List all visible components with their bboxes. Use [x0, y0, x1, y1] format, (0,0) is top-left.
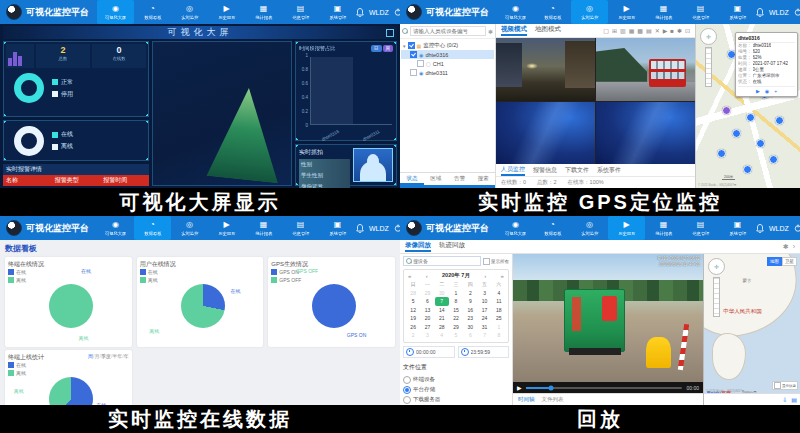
video-icon[interactable]: ▶ [756, 88, 760, 94]
calendar-day[interactable]: 13 [420, 306, 434, 315]
tree-row[interactable]: ◉dhte0311 [401, 68, 494, 77]
nav-tab-bigscreen[interactable]: ◉可视化大屏 [97, 0, 134, 24]
tree-tab-3[interactable]: 告警 [448, 173, 472, 185]
tree-tab-1[interactable]: 状态 [400, 173, 424, 185]
calendar-day[interactable]: 26 [406, 323, 420, 332]
bell-icon[interactable] [756, 8, 764, 17]
bottom-tab-2[interactable]: 报警信息 [533, 166, 557, 175]
play-icon[interactable]: ▶ [517, 385, 522, 391]
map-marker[interactable] [769, 155, 778, 164]
map-pan-control[interactable]: ✛ [708, 258, 725, 275]
calendar-day[interactable]: 16 [463, 306, 477, 315]
prev-year-button[interactable]: « [408, 273, 411, 279]
layout-4-icon[interactable]: ⊞ [612, 28, 617, 34]
calendar-day[interactable]: 3 [420, 331, 434, 340]
expander-icon[interactable]: ▾ [403, 43, 406, 49]
map-marker[interactable] [717, 149, 726, 158]
calendar-day[interactable]: 14 [435, 306, 449, 315]
bell-icon[interactable] [356, 224, 364, 233]
calendar-day[interactable]: 8 [492, 331, 506, 340]
calendar-day[interactable]: 2 [406, 331, 420, 340]
progress-knob[interactable] [548, 385, 553, 390]
filter-link[interactable]: 季度 [101, 353, 111, 359]
calendar-day[interactable]: 23 [463, 314, 477, 323]
video-cell-2[interactable] [596, 38, 695, 101]
layout-6-icon[interactable]: ▥ [620, 28, 626, 34]
chart-toggle-button[interactable]: 日 [371, 45, 382, 52]
fullscreen-icon[interactable]: ⊡ [685, 28, 690, 34]
calendar-day[interactable]: 7 [477, 331, 491, 340]
bell-icon[interactable] [356, 8, 364, 17]
locate-icon[interactable]: + [774, 88, 777, 94]
file-location-option[interactable]: 终端设备 [403, 375, 509, 385]
calendar-day[interactable]: 11 [492, 297, 506, 306]
tree-tab-4[interactable]: 搜索 [471, 173, 495, 185]
tree-checkbox[interactable] [410, 69, 417, 76]
calendar-day[interactable]: 30 [435, 289, 449, 298]
video-cell-4[interactable] [596, 102, 695, 165]
calendar-day[interactable]: 12 [406, 306, 420, 315]
nav-tab-playback[interactable]: ▶历史回放 [208, 0, 245, 24]
next-month-button[interactable]: › [484, 273, 486, 279]
calendar-day[interactable]: 19 [406, 314, 420, 323]
nav-tab-board[interactable]: ◔数据看板 [134, 0, 171, 24]
close-all-icon[interactable]: ✕ [655, 28, 660, 34]
calendar-day[interactable]: 3 [477, 289, 491, 298]
calendar-day[interactable]: 6 [420, 297, 434, 306]
bottom-tab-4[interactable]: 系统事件 [597, 166, 621, 175]
mode-tab-1[interactable]: 视频模式 [501, 25, 527, 36]
nav-tab-info[interactable]: ▤信息管理 [682, 216, 719, 240]
start-time-input[interactable] [416, 349, 452, 355]
tree-checkbox[interactable] [417, 60, 424, 67]
nav-tab-board[interactable]: ◔数据看板 [534, 0, 571, 24]
nav-tab-monitor[interactable]: ◎实时监控 [571, 0, 608, 24]
nav-tab-bigscreen[interactable]: ◉可视化大屏 [97, 216, 134, 240]
sub-tab-1[interactable]: 录像回放 [405, 241, 431, 252]
calendar-day[interactable]: 25 [492, 314, 506, 323]
bottom-tab-3[interactable]: 下载文件 [565, 166, 589, 175]
list-icon[interactable]: ▤ [791, 397, 797, 403]
user-icon[interactable]: ◉ [765, 88, 769, 94]
video-cell-1[interactable] [496, 38, 595, 101]
device-search-input[interactable] [410, 26, 486, 36]
filter-link[interactable]: 半年 [112, 353, 122, 359]
dashboard-map[interactable] [152, 41, 292, 186]
calendar-day[interactable]: 24 [477, 314, 491, 323]
gps-map[interactable]: ✛ dhte0316 名称：dhte0316编号：620电量：62%时间：202… [695, 24, 800, 188]
calendar-day[interactable]: 28 [406, 289, 420, 298]
calendar-day[interactable]: 18 [492, 306, 506, 315]
tree-tab-2[interactable]: 区域 [424, 173, 448, 185]
map-marker[interactable] [775, 116, 784, 125]
calendar-day[interactable]: 2 [463, 289, 477, 298]
calendar-day[interactable]: 10 [477, 297, 491, 306]
layout-single-icon[interactable]: ▢ [603, 28, 609, 34]
nav-tab-board[interactable]: ◔数据看板 [534, 216, 571, 240]
mode-tab-2[interactable]: 地图模式 [535, 25, 561, 36]
map-pan-control[interactable]: ✛ [700, 28, 717, 45]
chart-toggle-button[interactable]: 周 [383, 45, 394, 52]
prev-month-button[interactable]: ‹ [426, 273, 428, 279]
progress-track[interactable] [526, 387, 683, 389]
calendar-day[interactable]: 29 [420, 289, 434, 298]
tree-row[interactable]: ◉dhte0316 [401, 50, 494, 59]
map-marker[interactable] [732, 129, 741, 138]
map-type-2[interactable]: 卫星 [782, 257, 797, 266]
nav-tab-system[interactable]: ▣系统管理 [719, 216, 756, 240]
calendar-day[interactable]: 22 [449, 314, 463, 323]
map-marker[interactable] [756, 139, 765, 148]
map-marker[interactable] [722, 106, 731, 115]
nav-tab-info[interactable]: ▤信息管理 [282, 0, 319, 24]
calendar-day[interactable]: 21 [435, 314, 449, 323]
settings-icon[interactable]: ✱ [677, 28, 682, 34]
nav-tab-report[interactable]: ▦统计报表 [245, 0, 282, 24]
calendar-day[interactable]: 31 [477, 323, 491, 332]
end-time-input[interactable] [471, 349, 507, 355]
nav-tab-bigscreen[interactable]: ◉可视化大屏 [497, 216, 534, 240]
video-cell-3[interactable] [496, 102, 595, 165]
playback-search-input[interactable] [413, 258, 478, 264]
collapse-chevron-icon[interactable]: › [793, 243, 795, 251]
calendar-day[interactable]: 8 [449, 297, 463, 306]
calendar-day[interactable]: 29 [449, 323, 463, 332]
nav-tab-bigscreen[interactable]: ◉可视化大屏 [497, 0, 534, 24]
bottom-tab-1[interactable]: 人员监控 [501, 165, 525, 176]
